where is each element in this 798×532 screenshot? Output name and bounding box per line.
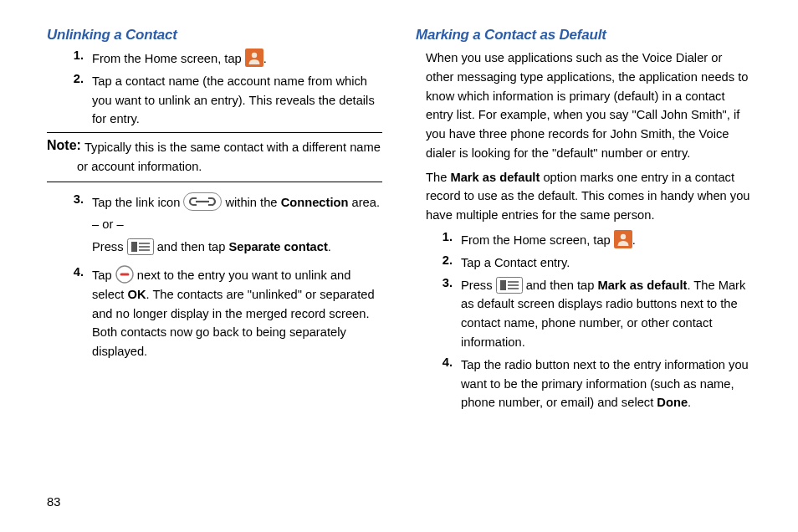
step-number: 3.	[416, 276, 461, 352]
text: Press	[461, 279, 496, 292]
note-label: Note:	[47, 138, 81, 157]
note-block: Note: Typically this is the same contact…	[47, 132, 382, 182]
page-number: 83	[47, 487, 751, 509]
step-number: 2.	[47, 72, 92, 129]
text: .	[688, 396, 691, 409]
text: and then tap	[523, 279, 598, 292]
text: .	[263, 52, 267, 65]
step-4-left: 4. Tap next to the entry you want to unl…	[47, 265, 382, 361]
step-text: From the Home screen, tap .	[461, 230, 751, 250]
section-title-unlinking: Unlinking a Contact	[47, 27, 382, 43]
step-2-right: 2. Tap a Contact entry.	[416, 253, 751, 273]
steps-left-a: 1. From the Home screen, tap . 2. Tap a …	[47, 49, 382, 129]
step-1-left: 1. From the Home screen, tap .	[47, 49, 382, 69]
text: From the Home screen, tap	[92, 52, 245, 65]
manual-page: Unlinking a Contact 1. From the Home scr…	[0, 0, 798, 532]
note-text: Typically this is the same contact with …	[84, 138, 382, 157]
left-column: Unlinking a Contact 1. From the Home scr…	[47, 27, 382, 487]
minus-icon	[115, 265, 134, 284]
menu-icon	[127, 238, 154, 255]
note-text: or account information.	[77, 157, 382, 176]
step-number: 4.	[47, 265, 92, 361]
text: .	[328, 240, 331, 253]
text: within the	[222, 196, 280, 209]
steps-right: 1. From the Home screen, tap . 2. Tap a …	[416, 230, 751, 412]
link-icon	[183, 192, 222, 211]
text: The	[426, 171, 450, 184]
bold-text: Mark as default	[450, 171, 540, 184]
step-number: 1.	[47, 49, 92, 69]
paragraph: The Mark as default option marks one ent…	[426, 168, 751, 225]
contact-icon	[245, 49, 263, 67]
text: Press	[92, 240, 127, 253]
two-column-layout: Unlinking a Contact 1. From the Home scr…	[47, 27, 751, 487]
bold-text: Separate contact	[228, 240, 327, 253]
right-column: Marking a Contact as Default When you us…	[416, 27, 751, 487]
step-number: 4.	[416, 356, 461, 412]
step-text: Press and then tap Mark as default. The …	[461, 276, 751, 352]
or-line: – or –	[92, 215, 382, 234]
step-3-left: 3. Tap the link icon within the Connecti…	[47, 192, 382, 257]
contact-icon	[614, 230, 632, 248]
section-title-default: Marking a Contact as Default	[416, 27, 751, 43]
step-4-right: 4. Tap the radio button next to the entr…	[416, 356, 751, 412]
text: area.	[348, 196, 380, 209]
step-text: Tap a Contact entry.	[461, 253, 751, 273]
text: From the Home screen, tap	[461, 233, 614, 247]
step-2-left: 2. Tap a contact name (the account name …	[47, 72, 382, 129]
step-text: Tap the link icon within the Connection …	[92, 192, 382, 257]
text: Tap the radio button next to the entry i…	[461, 358, 749, 410]
menu-icon	[496, 277, 523, 294]
text: Tap the link icon	[92, 196, 183, 209]
steps-left-b: 3. Tap the link icon within the Connecti…	[47, 192, 382, 361]
step-number: 1.	[416, 230, 461, 250]
press-line: Press and then tap Separate contact.	[92, 238, 382, 257]
bold-text: OK	[127, 288, 146, 301]
step-3-right: 3. Press and then tap Mark as default. T…	[416, 276, 751, 352]
paragraph: When you use applications such as the Vo…	[426, 49, 751, 163]
bold-text: Connection	[281, 196, 349, 209]
text: .	[632, 233, 636, 247]
step-text: Tap the radio button next to the entry i…	[461, 356, 751, 412]
text: Tap	[92, 269, 115, 282]
step-number: 3.	[47, 192, 92, 257]
step-text: Tap next to the entry you want to unlink…	[92, 265, 382, 361]
step-number: 2.	[416, 253, 461, 273]
step-1-right: 1. From the Home screen, tap .	[416, 230, 751, 250]
bold-text: Done	[657, 396, 688, 409]
text: and then tap	[154, 240, 229, 253]
step-text: Tap a contact name (the account name fro…	[92, 72, 382, 129]
bold-text: Mark as default	[597, 279, 687, 292]
step-text: From the Home screen, tap .	[92, 49, 382, 69]
